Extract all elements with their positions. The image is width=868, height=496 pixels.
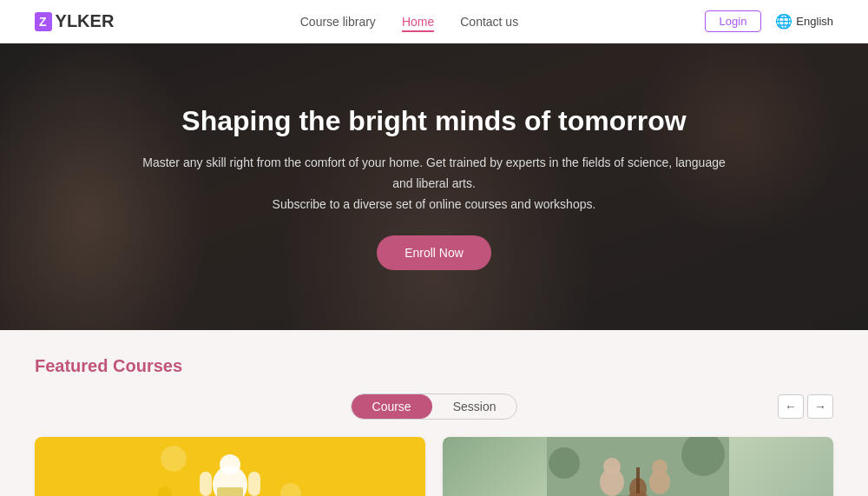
filter-session-button[interactable]: Session [432, 394, 517, 419]
nav-links: Course library Home Contact us [300, 14, 518, 30]
course-thumb-1 [443, 437, 833, 496]
hero-title: Shaping the bright minds of tomorrow [139, 103, 729, 140]
filter-row: Course Session ← → [35, 393, 833, 420]
language-selector[interactable]: 🌐 English [775, 13, 833, 30]
nav-item-home[interactable]: Home [402, 14, 434, 30]
filter-group: Course Session [351, 393, 518, 420]
uiux-illustration [35, 437, 425, 496]
guitar-illustration [443, 437, 833, 496]
nav-right: Login 🌐 English [705, 10, 833, 32]
svg-point-13 [603, 458, 621, 475]
svg-rect-9 [217, 487, 243, 496]
hero-content: Shaping the bright minds of tomorrow Mas… [122, 86, 746, 288]
course-card-0: UIUX DESIGN COURSE Tracy Cage [35, 437, 425, 496]
hero-subtitle: Master any skill right from the comfort … [139, 153, 729, 215]
hero-subtitle-line1: Master any skill right from the comfort … [142, 155, 726, 190]
course-card-1: Advanced Guitar lessons Tracy Cage [443, 437, 833, 496]
svg-rect-18 [636, 467, 640, 493]
svg-rect-5 [248, 472, 260, 496]
left-arrow-icon: ← [785, 400, 797, 413]
logo-icon: Z [35, 12, 52, 31]
nav-arrows: ← → [778, 394, 833, 419]
prev-arrow-button[interactable]: ← [778, 394, 804, 419]
nav-item-course-library[interactable]: Course library [300, 14, 376, 30]
globe-icon: 🌐 [775, 13, 792, 30]
language-label: English [796, 15, 833, 28]
right-arrow-icon: → [814, 400, 826, 413]
svg-point-3 [220, 454, 240, 475]
svg-point-20 [549, 447, 580, 479]
featured-section: Featured Courses Course Session ← → [0, 330, 868, 496]
filter-course-button[interactable]: Course [352, 394, 432, 419]
login-button[interactable]: Login [705, 10, 762, 32]
nav-item-contact[interactable]: Contact us [460, 14, 518, 30]
next-arrow-button[interactable]: → [807, 394, 833, 419]
featured-title: Featured Courses [35, 356, 833, 376]
svg-rect-4 [200, 472, 212, 496]
course-thumb-0 [35, 437, 425, 496]
enroll-button[interactable]: Enroll Now [377, 235, 491, 270]
svg-point-15 [652, 460, 667, 475]
hero-subtitle-line2: Subscribe to a diverse set of online cou… [273, 197, 596, 211]
hero-section: Shaping the bright minds of tomorrow Mas… [0, 43, 868, 330]
logo[interactable]: Z YLKER [35, 11, 114, 31]
brand-name: YLKER [56, 11, 115, 31]
courses-row: UIUX DESIGN COURSE Tracy Cage [35, 437, 833, 496]
svg-point-6 [161, 446, 187, 472]
navbar: Z YLKER Course library Home Contact us L… [0, 0, 868, 43]
